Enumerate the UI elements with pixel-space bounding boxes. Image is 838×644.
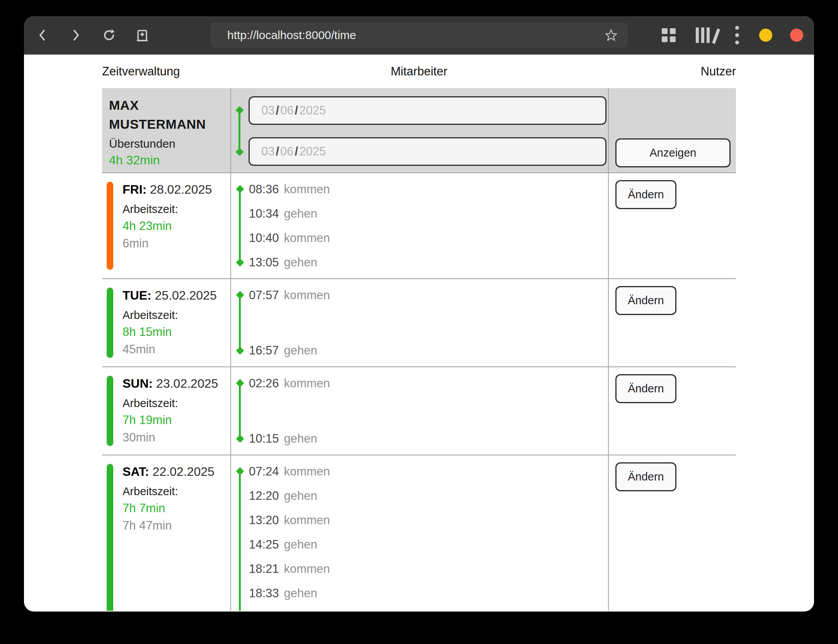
time-entry: 21:34kommen bbox=[249, 605, 608, 611]
worktime-value: 8h 15min bbox=[123, 325, 230, 339]
aendern-button[interactable]: Ändern bbox=[615, 180, 676, 209]
worktime-value: 4h 23min bbox=[123, 219, 230, 233]
back-icon[interactable] bbox=[36, 28, 49, 42]
entry-time: 12:20 bbox=[249, 489, 279, 503]
entry-kind: kommen bbox=[284, 611, 330, 611]
entry-time: 18:33 bbox=[249, 586, 279, 600]
time-entry: 18:21kommen bbox=[249, 557, 608, 581]
time-entry: 13:05gehen bbox=[249, 250, 608, 274]
time-entry: 10:34gehen bbox=[249, 201, 608, 226]
aendern-button[interactable]: Ändern bbox=[615, 462, 676, 491]
date-from-input[interactable]: 03/06/2025 bbox=[249, 96, 606, 125]
library-icon[interactable] bbox=[696, 27, 715, 43]
date-range-timeline bbox=[238, 110, 240, 152]
day-row: TUE: 25.02.2025 Arbeitszeit: 8h 15min 45… bbox=[102, 278, 736, 366]
day-row: SAT: 22.02.2025 Arbeitszeit: 7h 7min 7h … bbox=[102, 455, 736, 611]
url-text[interactable]: http://localhost:8000/time bbox=[227, 29, 605, 42]
new-tab-icon[interactable] bbox=[135, 28, 149, 42]
worktime-label: Arbeitszeit: bbox=[123, 397, 230, 410]
anzeigen-button[interactable]: Anzeigen bbox=[615, 138, 731, 167]
entry-time: 10:40 bbox=[249, 231, 279, 245]
pause-value: 7h 47min bbox=[123, 519, 230, 533]
forward-icon[interactable] bbox=[69, 28, 83, 42]
entry-kind: kommen bbox=[284, 377, 330, 390]
page-content: Zeitverwaltung Mitarbeiter Nutzer MAX MU… bbox=[24, 55, 814, 611]
summary-panel: MAX MUSTERMANN Überstunden 4h 32min 03/0… bbox=[102, 88, 736, 172]
time-entry: 14:25gehen bbox=[249, 532, 608, 557]
aendern-button[interactable]: Ändern bbox=[615, 286, 676, 315]
entry-kind: gehen bbox=[284, 256, 317, 269]
row-action: Ändern bbox=[609, 367, 736, 455]
reload-icon[interactable] bbox=[102, 28, 116, 42]
nav-item-mitarbeiter[interactable]: Mitarbeiter bbox=[102, 65, 736, 78]
entry-time: 10:15 bbox=[249, 432, 279, 446]
worktime-label: Arbeitszeit: bbox=[123, 485, 230, 498]
day-summary: TUE: 25.02.2025 Arbeitszeit: 8h 15min 45… bbox=[102, 279, 230, 366]
date-to-input[interactable]: 03/06/2025 bbox=[249, 137, 606, 166]
entry-time: 21:34 bbox=[249, 611, 279, 611]
minimize-button[interactable] bbox=[759, 29, 772, 42]
day-title: SAT: 22.02.2025 bbox=[123, 465, 230, 479]
toolbar-right-group bbox=[662, 26, 803, 44]
time-entry: 02:26kommen bbox=[249, 371, 608, 395]
timeline bbox=[239, 471, 241, 611]
aendern-button[interactable]: Ändern bbox=[615, 374, 676, 403]
entry-kind: kommen bbox=[284, 562, 330, 576]
entry-kind: kommen bbox=[284, 182, 330, 196]
entry-time: 10:34 bbox=[249, 207, 279, 221]
time-entry: 10:40kommen bbox=[249, 226, 608, 250]
menu-kebab-icon[interactable] bbox=[735, 26, 739, 44]
time-entries: 08:36kommen10:34gehen10:40kommen13:05geh… bbox=[230, 173, 609, 278]
entry-kind: gehen bbox=[284, 489, 317, 503]
time-entries: 02:26kommen10:15gehen bbox=[230, 367, 609, 455]
time-entry: 10:15gehen bbox=[249, 426, 608, 451]
time-entry: 13:20kommen bbox=[249, 508, 608, 532]
day-summary: FRI: 28.02.2025 Arbeitszeit: 4h 23min 6m… bbox=[102, 173, 230, 278]
day-row: SUN: 23.02.2025 Arbeitszeit: 7h 19min 30… bbox=[102, 366, 736, 455]
worktime-value: 7h 19min bbox=[123, 413, 230, 427]
entry-time: 07:57 bbox=[249, 288, 279, 302]
entry-kind: kommen bbox=[284, 513, 330, 527]
filter-action: Anzeigen bbox=[609, 88, 736, 172]
day-title: FRI: 28.02.2025 bbox=[123, 182, 230, 197]
time-entries: 07:24kommen12:20gehen13:20kommen14:25geh… bbox=[230, 455, 609, 611]
timeline bbox=[239, 383, 241, 439]
date-filter: 03/06/2025 03/06/2025 bbox=[230, 88, 609, 172]
top-nav: Zeitverwaltung Mitarbeiter Nutzer bbox=[102, 55, 736, 88]
entry-time: 07:24 bbox=[249, 465, 279, 479]
close-button[interactable] bbox=[790, 29, 803, 42]
time-entry: 12:20gehen bbox=[249, 484, 608, 508]
entry-kind: gehen bbox=[284, 586, 317, 600]
entry-kind: kommen bbox=[284, 288, 330, 302]
time-entry: 18:33gehen bbox=[249, 581, 608, 605]
pause-value: 6min bbox=[123, 237, 230, 250]
row-action: Ändern bbox=[609, 173, 736, 278]
time-entry: 07:24kommen bbox=[249, 459, 608, 484]
browser-window: http://localhost:8000/time Zeitverwaltun… bbox=[24, 16, 814, 612]
entry-time: 13:05 bbox=[249, 256, 279, 269]
status-bar bbox=[107, 288, 113, 358]
entry-time: 14:25 bbox=[249, 538, 279, 552]
time-entries: 07:57kommen16:57gehen bbox=[230, 279, 609, 366]
entry-time: 16:57 bbox=[249, 344, 279, 358]
entry-kind: gehen bbox=[284, 432, 317, 446]
entry-kind: kommen bbox=[284, 465, 330, 479]
entry-time: 18:21 bbox=[249, 562, 279, 576]
pause-value: 30min bbox=[123, 431, 230, 445]
worktime-value: 7h 7min bbox=[123, 501, 230, 515]
day-row: FRI: 28.02.2025 Arbeitszeit: 4h 23min 6m… bbox=[102, 172, 736, 278]
entry-kind: gehen bbox=[284, 207, 317, 221]
time-entry: 07:57kommen bbox=[249, 283, 608, 307]
day-summary: SUN: 23.02.2025 Arbeitszeit: 7h 19min 30… bbox=[102, 367, 230, 455]
row-action: Ändern bbox=[609, 455, 736, 611]
time-entry: 08:36kommen bbox=[249, 177, 608, 201]
time-entry: 16:57gehen bbox=[249, 338, 608, 363]
bookmark-star-icon[interactable] bbox=[605, 29, 618, 42]
tabs-overview-icon[interactable] bbox=[662, 28, 676, 42]
day-rows: FRI: 28.02.2025 Arbeitszeit: 4h 23min 6m… bbox=[102, 172, 736, 611]
address-bar[interactable]: http://localhost:8000/time bbox=[210, 22, 628, 48]
status-bar bbox=[107, 182, 113, 270]
browser-toolbar: http://localhost:8000/time bbox=[24, 16, 814, 55]
worktime-label: Arbeitszeit: bbox=[123, 203, 230, 216]
timeline bbox=[239, 295, 241, 351]
